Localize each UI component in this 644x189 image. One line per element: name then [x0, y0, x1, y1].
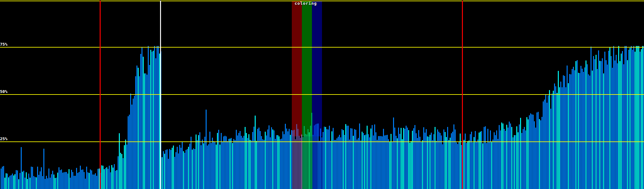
marker-red-2[interactable] — [462, 1, 463, 189]
histogram-chart[interactable]: coloring 75%50%25% — [0, 0, 644, 189]
markers-layer — [0, 0, 644, 189]
marker-red-1[interactable] — [100, 1, 101, 189]
marker-white[interactable] — [160, 1, 161, 189]
